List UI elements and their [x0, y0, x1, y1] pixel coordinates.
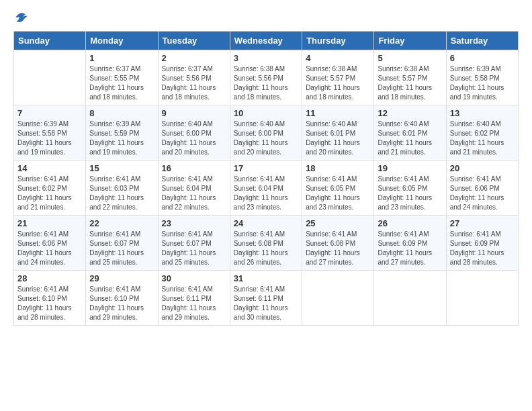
day-info: Sunrise: 6:41 AMSunset: 6:08 PMDaylight:… — [234, 230, 298, 267]
calendar-cell: 30Sunrise: 6:41 AMSunset: 6:11 PMDayligh… — [158, 271, 230, 326]
day-number: 6 — [450, 53, 515, 63]
day-number: 26 — [378, 218, 442, 228]
column-header-sunday: Sunday — [14, 32, 86, 50]
calendar-cell: 29Sunrise: 6:41 AMSunset: 6:10 PMDayligh… — [86, 271, 158, 326]
column-header-saturday: Saturday — [446, 32, 518, 50]
day-info: Sunrise: 6:39 AMSunset: 5:59 PMDaylight:… — [89, 120, 154, 157]
day-info: Sunrise: 6:41 AMSunset: 6:04 PMDaylight:… — [162, 175, 226, 212]
day-number: 29 — [89, 273, 154, 283]
calendar-cell: 3Sunrise: 6:38 AMSunset: 5:56 PMDaylight… — [230, 50, 302, 105]
calendar-cell — [14, 50, 86, 105]
calendar-cell: 15Sunrise: 6:41 AMSunset: 6:03 PMDayligh… — [86, 161, 158, 216]
day-number: 28 — [17, 273, 82, 283]
day-number: 27 — [450, 218, 515, 228]
day-info: Sunrise: 6:37 AMSunset: 5:55 PMDaylight:… — [89, 64, 154, 102]
week-row: 28Sunrise: 6:41 AMSunset: 6:10 PMDayligh… — [14, 271, 519, 326]
day-info: Sunrise: 6:41 AMSunset: 6:03 PMDaylight:… — [89, 175, 154, 212]
day-info: Sunrise: 6:39 AMSunset: 5:58 PMDaylight:… — [17, 120, 82, 157]
calendar-table: SundayMondayTuesdayWednesdayThursdayFrid… — [13, 31, 519, 326]
calendar-cell: 25Sunrise: 6:41 AMSunset: 6:08 PMDayligh… — [302, 216, 374, 271]
column-header-thursday: Thursday — [302, 32, 374, 50]
calendar-cell — [302, 271, 374, 326]
header-row: SundayMondayTuesdayWednesdayThursdayFrid… — [14, 32, 519, 50]
day-number: 12 — [378, 108, 442, 118]
day-number: 8 — [89, 108, 154, 118]
week-row: 1Sunrise: 6:37 AMSunset: 5:55 PMDaylight… — [14, 50, 519, 105]
calendar-cell: 2Sunrise: 6:37 AMSunset: 5:56 PMDaylight… — [158, 50, 230, 105]
day-info: Sunrise: 6:41 AMSunset: 6:05 PMDaylight:… — [378, 175, 442, 212]
day-info: Sunrise: 6:41 AMSunset: 6:10 PMDaylight:… — [17, 285, 82, 322]
week-row: 21Sunrise: 6:41 AMSunset: 6:06 PMDayligh… — [14, 216, 519, 271]
column-header-friday: Friday — [374, 32, 446, 50]
calendar-cell: 31Sunrise: 6:41 AMSunset: 6:11 PMDayligh… — [230, 271, 302, 326]
day-info: Sunrise: 6:41 AMSunset: 6:07 PMDaylight:… — [89, 230, 154, 267]
calendar-cell: 1Sunrise: 6:37 AMSunset: 5:55 PMDaylight… — [86, 50, 158, 105]
calendar-cell: 24Sunrise: 6:41 AMSunset: 6:08 PMDayligh… — [230, 216, 302, 271]
day-number: 19 — [378, 163, 442, 173]
calendar-cell: 10Sunrise: 6:40 AMSunset: 6:00 PMDayligh… — [230, 105, 302, 161]
day-number: 31 — [234, 273, 298, 283]
day-info: Sunrise: 6:39 AMSunset: 5:58 PMDaylight:… — [450, 64, 515, 102]
day-info: Sunrise: 6:41 AMSunset: 6:04 PMDaylight:… — [234, 175, 298, 212]
day-number: 30 — [162, 273, 226, 283]
calendar-cell: 11Sunrise: 6:40 AMSunset: 6:01 PMDayligh… — [302, 105, 374, 161]
day-number: 24 — [234, 218, 298, 228]
calendar-cell: 28Sunrise: 6:41 AMSunset: 6:10 PMDayligh… — [14, 271, 86, 326]
day-number: 25 — [306, 218, 370, 228]
calendar-cell: 13Sunrise: 6:40 AMSunset: 6:02 PMDayligh… — [446, 105, 518, 161]
day-info: Sunrise: 6:41 AMSunset: 6:06 PMDaylight:… — [17, 230, 82, 267]
day-number: 7 — [17, 108, 82, 118]
day-number: 3 — [234, 53, 298, 63]
calendar-cell: 6Sunrise: 6:39 AMSunset: 5:58 PMDaylight… — [446, 50, 518, 105]
calendar-cell: 26Sunrise: 6:41 AMSunset: 6:09 PMDayligh… — [374, 216, 446, 271]
calendar-cell: 9Sunrise: 6:40 AMSunset: 6:00 PMDaylight… — [158, 105, 230, 161]
calendar-cell — [374, 271, 446, 326]
logo — [13, 11, 28, 24]
day-number: 5 — [378, 53, 442, 63]
day-info: Sunrise: 6:41 AMSunset: 6:05 PMDaylight:… — [306, 175, 370, 212]
day-info: Sunrise: 6:38 AMSunset: 5:56 PMDaylight:… — [234, 64, 298, 102]
calendar-cell: 22Sunrise: 6:41 AMSunset: 6:07 PMDayligh… — [86, 216, 158, 271]
calendar-cell: 19Sunrise: 6:41 AMSunset: 6:05 PMDayligh… — [374, 161, 446, 216]
day-info: Sunrise: 6:40 AMSunset: 6:00 PMDaylight:… — [162, 120, 226, 157]
day-info: Sunrise: 6:40 AMSunset: 6:01 PMDaylight:… — [306, 120, 370, 157]
day-number: 4 — [306, 53, 370, 63]
day-number: 23 — [162, 218, 226, 228]
calendar-cell: 4Sunrise: 6:38 AMSunset: 5:57 PMDaylight… — [302, 50, 374, 105]
day-number: 15 — [89, 163, 154, 173]
day-number: 14 — [17, 163, 82, 173]
day-info: Sunrise: 6:38 AMSunset: 5:57 PMDaylight:… — [378, 64, 442, 102]
day-info: Sunrise: 6:41 AMSunset: 6:08 PMDaylight:… — [306, 230, 370, 267]
column-header-wednesday: Wednesday — [230, 32, 302, 50]
calendar-cell: 14Sunrise: 6:41 AMSunset: 6:02 PMDayligh… — [14, 161, 86, 216]
calendar-cell: 21Sunrise: 6:41 AMSunset: 6:06 PMDayligh… — [14, 216, 86, 271]
calendar-cell: 27Sunrise: 6:41 AMSunset: 6:09 PMDayligh… — [446, 216, 518, 271]
day-info: Sunrise: 6:41 AMSunset: 6:09 PMDaylight:… — [378, 230, 442, 267]
day-number: 18 — [306, 163, 370, 173]
column-header-monday: Monday — [86, 32, 158, 50]
day-number: 9 — [162, 108, 226, 118]
day-info: Sunrise: 6:41 AMSunset: 6:11 PMDaylight:… — [162, 285, 226, 322]
day-number: 22 — [89, 218, 154, 228]
day-number: 20 — [450, 163, 515, 173]
day-info: Sunrise: 6:40 AMSunset: 6:02 PMDaylight:… — [450, 120, 515, 157]
column-header-tuesday: Tuesday — [158, 32, 230, 50]
day-info: Sunrise: 6:41 AMSunset: 6:02 PMDaylight:… — [17, 175, 82, 212]
day-number: 17 — [234, 163, 298, 173]
day-info: Sunrise: 6:38 AMSunset: 5:57 PMDaylight:… — [306, 64, 370, 102]
day-info: Sunrise: 6:41 AMSunset: 6:06 PMDaylight:… — [450, 175, 515, 212]
logo-bird-icon — [15, 11, 28, 24]
day-info: Sunrise: 6:40 AMSunset: 6:00 PMDaylight:… — [234, 120, 298, 157]
calendar-cell: 12Sunrise: 6:40 AMSunset: 6:01 PMDayligh… — [374, 105, 446, 161]
calendar-cell: 23Sunrise: 6:41 AMSunset: 6:07 PMDayligh… — [158, 216, 230, 271]
calendar-cell: 7Sunrise: 6:39 AMSunset: 5:58 PMDaylight… — [14, 105, 86, 161]
week-row: 14Sunrise: 6:41 AMSunset: 6:02 PMDayligh… — [14, 161, 519, 216]
calendar-cell — [446, 271, 518, 326]
day-number: 16 — [162, 163, 226, 173]
day-number: 21 — [17, 218, 82, 228]
week-row: 7Sunrise: 6:39 AMSunset: 5:58 PMDaylight… — [14, 105, 519, 161]
day-number: 2 — [162, 53, 226, 63]
day-number: 11 — [306, 108, 370, 118]
day-info: Sunrise: 6:41 AMSunset: 6:11 PMDaylight:… — [234, 285, 298, 322]
day-info: Sunrise: 6:40 AMSunset: 6:01 PMDaylight:… — [378, 120, 442, 157]
